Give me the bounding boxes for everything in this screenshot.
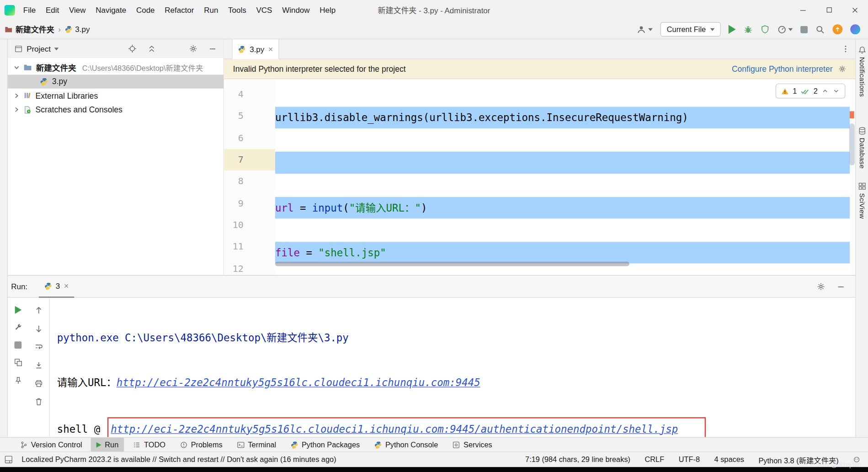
minimize-button[interactable] bbox=[790, 0, 816, 20]
rerun-button[interactable] bbox=[15, 306, 21, 314]
menu-refactor[interactable]: Refactor bbox=[160, 0, 199, 20]
restore-layout-icon[interactable] bbox=[14, 358, 22, 367]
run-configuration-select[interactable]: Current File bbox=[660, 22, 720, 36]
status-message[interactable]: Localized PyCharm 2023.2 is available //… bbox=[21, 456, 336, 464]
menu-tools[interactable]: Tools bbox=[223, 0, 251, 20]
tree-row-external-libraries[interactable]: External Libraries bbox=[8, 89, 224, 103]
console-shell-url-link[interactable]: http://eci-2ze2c4nntuky5g5s16lc.cloudeci… bbox=[111, 423, 678, 435]
tab-3py[interactable]: 3.py × bbox=[232, 39, 279, 59]
menu-code[interactable]: Code bbox=[131, 0, 160, 20]
todo-list-icon bbox=[133, 441, 141, 449]
sidebar-item-sciview[interactable]: SciView bbox=[856, 182, 868, 218]
indent-style[interactable]: 4 spaces bbox=[714, 456, 744, 464]
settings-icon[interactable] bbox=[189, 44, 197, 53]
console-url-link[interactable]: http://eci-2ze2c4nntuky5g5s16lc.cloudeci… bbox=[117, 377, 480, 388]
sidebar-item-database[interactable]: Database bbox=[856, 127, 868, 169]
checks-count: 2 bbox=[814, 87, 818, 95]
banner-message: Invalid Python interpreter selected for … bbox=[233, 64, 406, 73]
toolwindow-todo[interactable]: TODO bbox=[128, 438, 171, 451]
down-stack-trace-icon[interactable] bbox=[34, 324, 43, 333]
tree-row-file[interactable]: 3.py bbox=[8, 74, 224, 89]
menu-window[interactable]: Window bbox=[277, 0, 314, 20]
code-text: urllib3.disable_warnings(urllib3.excepti… bbox=[275, 79, 850, 275]
print-icon[interactable] bbox=[34, 379, 43, 388]
stop-process-button[interactable] bbox=[15, 341, 22, 349]
pin-tab-icon[interactable] bbox=[14, 377, 22, 385]
menu-view[interactable]: View bbox=[64, 0, 91, 20]
close-tab-icon[interactable]: × bbox=[268, 45, 273, 53]
warning-count: 1 bbox=[793, 87, 797, 95]
account-button[interactable] bbox=[637, 25, 653, 34]
toolwindow-services[interactable]: Services bbox=[447, 438, 498, 451]
menu-help[interactable]: Help bbox=[314, 0, 341, 20]
menu-vcs[interactable]: VCS bbox=[251, 0, 277, 20]
code-line: file = "shell.jsp" bbox=[275, 242, 850, 264]
toolwindow-run[interactable]: Run bbox=[91, 438, 124, 451]
banner-settings-icon[interactable] bbox=[838, 65, 847, 73]
scroll-to-end-icon[interactable] bbox=[34, 361, 43, 370]
toolwindow-python-console[interactable]: Python Console bbox=[369, 438, 444, 451]
breadcrumb-file[interactable]: 3.py bbox=[75, 25, 90, 33]
horizontal-scrollbar[interactable] bbox=[275, 262, 629, 266]
menu-run[interactable]: Run bbox=[199, 0, 223, 20]
stop-button[interactable] bbox=[800, 26, 808, 33]
run-button[interactable] bbox=[729, 25, 736, 33]
sidebar-item-notifications[interactable]: Notifications bbox=[856, 46, 868, 97]
collapse-all-icon[interactable] bbox=[147, 44, 156, 53]
prev-problem-icon[interactable] bbox=[821, 87, 829, 95]
screenshot-watermark-bar: CSDN @Jchq fan bbox=[0, 467, 868, 472]
toolwindow-python-packages[interactable]: Python Packages bbox=[285, 438, 366, 451]
configure-interpreter-link[interactable]: Configure Python interpreter bbox=[732, 64, 833, 73]
close-tab-icon[interactable]: × bbox=[64, 281, 69, 290]
clear-all-icon[interactable] bbox=[34, 398, 43, 406]
update-available-icon[interactable] bbox=[832, 24, 842, 34]
caret-position[interactable]: 7:19 (984 chars, 29 line breaks) bbox=[525, 456, 630, 464]
chevron-right-icon[interactable] bbox=[12, 105, 21, 114]
coverage-button[interactable] bbox=[761, 25, 769, 33]
select-opened-file-icon[interactable] bbox=[128, 44, 137, 53]
toolwindow-version-control[interactable]: Version Control bbox=[14, 438, 87, 451]
chevron-down-icon[interactable] bbox=[12, 63, 21, 72]
line-number: 5 bbox=[224, 106, 275, 127]
soft-wrap-icon[interactable] bbox=[34, 343, 43, 351]
right-tool-stripe: Notifications Database SciView bbox=[855, 39, 868, 451]
tool-windows-icon[interactable] bbox=[5, 456, 13, 464]
profiler-button[interactable] bbox=[777, 25, 793, 34]
toolwindow-label: Services bbox=[463, 440, 492, 449]
ide-features-icon[interactable] bbox=[850, 24, 860, 34]
hide-panel-icon[interactable] bbox=[836, 282, 845, 291]
inspection-widget[interactable]: 1 2 bbox=[776, 84, 846, 99]
run-console[interactable]: python.exe C:\Users\48366\Desktop\新建文件夹\… bbox=[50, 298, 855, 437]
services-icon bbox=[453, 441, 460, 449]
modify-run-config-icon[interactable] bbox=[14, 323, 22, 332]
maximize-button[interactable] bbox=[816, 0, 842, 20]
line-number: 9 bbox=[224, 192, 275, 214]
code-editor[interactable]: 4 5 6 7 8 9 10 11 12 urllib3.disable_war… bbox=[224, 79, 855, 275]
error-stripe-marker[interactable] bbox=[850, 111, 854, 118]
tab-options-icon[interactable] bbox=[841, 45, 850, 53]
menu-file[interactable]: File bbox=[18, 0, 41, 20]
run-tab-3[interactable]: 3 × bbox=[38, 276, 74, 297]
next-problem-icon[interactable] bbox=[832, 87, 840, 95]
problems-icon bbox=[180, 441, 187, 449]
toolwindow-terminal[interactable]: Terminal bbox=[231, 438, 282, 451]
search-everywhere-button[interactable] bbox=[815, 25, 825, 34]
tree-row-scratches[interactable]: Scratches and Consoles bbox=[8, 103, 224, 117]
debug-button[interactable] bbox=[744, 25, 753, 34]
scratches-icon bbox=[23, 106, 32, 114]
up-stack-trace-icon[interactable] bbox=[34, 306, 43, 315]
project-panel-header[interactable]: Project bbox=[8, 39, 224, 58]
toolwindow-problems[interactable]: Problems bbox=[174, 438, 228, 451]
close-button[interactable] bbox=[842, 0, 868, 20]
vertical-scrollbar[interactable] bbox=[849, 123, 855, 165]
chevron-right-icon[interactable] bbox=[12, 91, 21, 100]
tree-row-project-root[interactable]: 新建文件夹 C:\Users\48366\Desktop\新建文件夹 bbox=[8, 60, 224, 74]
tree-external-libraries-label: External Libraries bbox=[36, 91, 98, 100]
menu-navigate[interactable]: Navigate bbox=[91, 0, 131, 20]
line-separator[interactable]: CRLF bbox=[644, 456, 664, 464]
breadcrumb-project[interactable]: 新建文件夹 bbox=[16, 24, 54, 35]
file-encoding[interactable]: UTF-8 bbox=[679, 456, 700, 464]
run-settings-icon[interactable] bbox=[816, 282, 825, 291]
hide-panel-icon[interactable] bbox=[208, 44, 217, 53]
menu-edit[interactable]: Edit bbox=[41, 0, 64, 20]
